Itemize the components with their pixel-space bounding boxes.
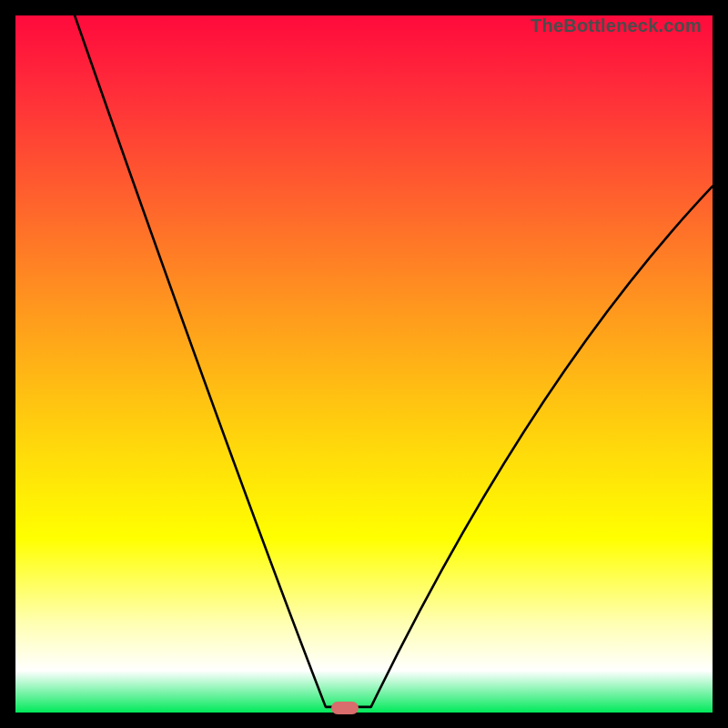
chart-frame: TheBottleneck.com <box>0 0 728 728</box>
bottleneck-curve <box>15 15 713 713</box>
optimal-marker <box>331 702 359 714</box>
plot-area: TheBottleneck.com <box>15 15 713 713</box>
